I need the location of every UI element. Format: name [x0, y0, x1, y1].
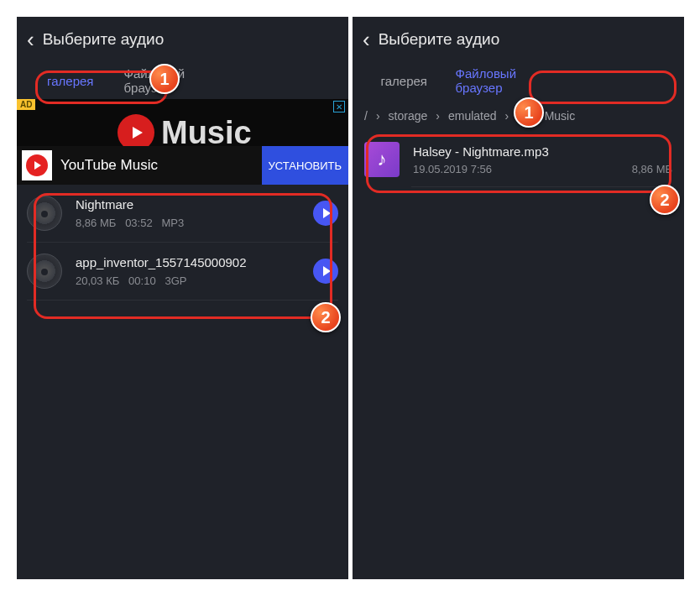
track-row[interactable]: app_inventor_1557145000902 20,03 КБ 00:1… [17, 243, 348, 300]
file-name: Halsey - Nightmare.mp3 [413, 144, 672, 159]
ad-label: AD [17, 99, 35, 110]
tab-gallery-label: галерея [47, 74, 93, 88]
install-button[interactable]: УСТАНОВИТЬ [262, 146, 348, 185]
music-file-icon: ♪ [364, 142, 400, 177]
tab-browser-label: Файловый браузер [124, 66, 232, 95]
ad-row: YouTube Music УСТАНОВИТЬ [17, 146, 348, 185]
ad-close-icon[interactable]: ✕ [333, 101, 345, 112]
crumb: / [364, 109, 368, 123]
crumb: 0 [517, 109, 524, 123]
tab-browser-label: Файловый браузер [456, 66, 559, 95]
install-label: УСТАНОВИТЬ [269, 159, 342, 172]
phone-left: ‹ Выберите аудио галерея Файловый браузе… [17, 17, 348, 579]
tab-gallery[interactable]: галерея [353, 62, 456, 99]
youtube-app-icon [22, 150, 52, 180]
play-button[interactable] [313, 201, 338, 226]
back-icon[interactable]: ‹ [27, 27, 34, 53]
phone-right: ‹ Выберите аудио галерея Файловый браузе… [353, 17, 684, 579]
play-button[interactable] [313, 259, 338, 284]
tab-underline [231, 62, 348, 99]
file-date: 19.05.2019 7:56 [413, 163, 492, 175]
track-info: app_inventor_1557145000902 20,03 КБ 00:1… [76, 255, 313, 287]
file-size: 8,86 МБ [632, 163, 672, 175]
track-meta: 20,03 КБ 00:10 3GP [76, 274, 313, 287]
track-name: app_inventor_1557145000902 [76, 255, 313, 269]
breadcrumb[interactable]: /› storage› emulated› 0› Music [353, 99, 684, 133]
track-name: Nightmare [76, 197, 313, 212]
tabs: галерея Файловый браузер [353, 62, 684, 99]
header: ‹ Выберите аудио [17, 17, 348, 62]
disc-icon [27, 254, 62, 289]
disc-icon [27, 196, 62, 231]
divider [411, 186, 674, 187]
header-title: Выберите аудио [43, 30, 165, 49]
track-row[interactable]: Nightmare 8,86 МБ 03:52 MP3 [17, 185, 348, 242]
track-info: Nightmare 8,86 МБ 03:52 MP3 [76, 197, 313, 229]
tabs: галерея Файловый браузер [17, 62, 348, 99]
file-row[interactable]: ♪ Halsey - Nightmare.mp3 19.05.2019 7:56… [353, 133, 684, 186]
crumb: storage [389, 109, 428, 123]
tab-file-browser[interactable]: Файловый браузер [456, 62, 559, 99]
ad-app-name: YouTube Music [60, 157, 262, 174]
track-meta: 8,86 МБ 03:52 MP3 [76, 217, 313, 229]
callout-badge: 2 [311, 302, 341, 332]
crumb: emulated [448, 109, 497, 123]
divider [27, 300, 338, 301]
back-icon[interactable]: ‹ [363, 27, 370, 53]
header-title: Выберите аудио [379, 30, 500, 49]
note-icon: ♪ [378, 149, 387, 170]
callout-badge: 2 [650, 185, 680, 215]
ad-banner[interactable]: AD ✕ Music YouTube Music УСТАНОВИТЬ [17, 99, 348, 185]
tab-gallery-label: галерея [381, 74, 427, 88]
tab-gallery[interactable]: галерея [17, 62, 124, 99]
crumb: Music [545, 109, 576, 123]
header: ‹ Выберите аудио [353, 17, 684, 62]
tab-underline [558, 62, 684, 99]
tab-file-browser[interactable]: Файловый браузер [124, 62, 232, 99]
file-meta: 19.05.2019 7:56 8,86 МБ [413, 163, 672, 175]
file-info: Halsey - Nightmare.mp3 19.05.2019 7:56 8… [413, 144, 672, 175]
